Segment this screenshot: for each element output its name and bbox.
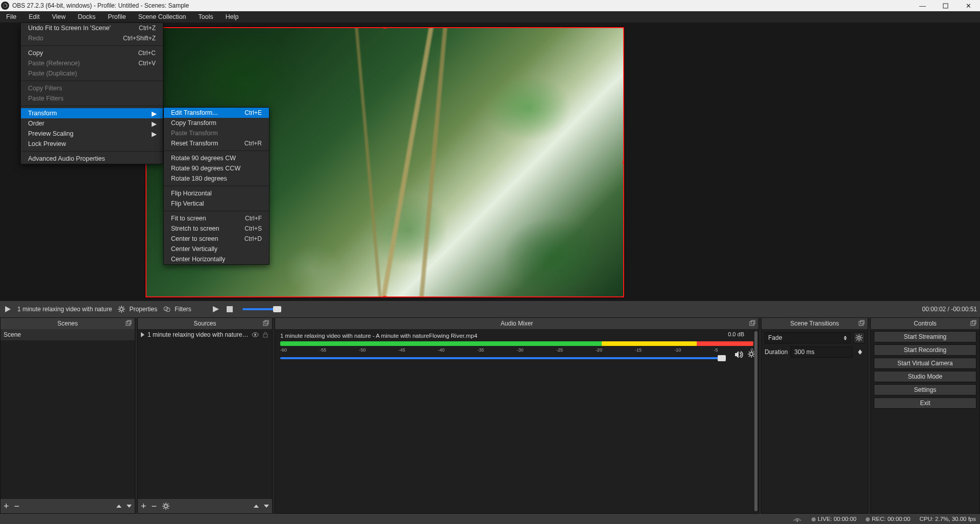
menu-paste-duplicate: Paste (Duplicate) <box>21 68 163 79</box>
menu-help[interactable]: Help <box>219 11 245 22</box>
resize-handle-sw[interactable] <box>145 296 147 298</box>
start-streaming-button[interactable]: Start Streaming <box>874 331 976 342</box>
titlebar: OBS 27.2.3 (64-bit, windows) - Profile: … <box>0 0 980 11</box>
resize-handle-s[interactable] <box>383 296 386 298</box>
menu-edit-transform[interactable]: Edit Transform...Ctrl+E <box>164 108 269 118</box>
transition-select[interactable]: Fade <box>765 332 850 343</box>
media-stop-button[interactable] <box>225 305 234 314</box>
popout-icon[interactable] <box>263 320 269 326</box>
start-recording-button[interactable]: Start Recording <box>874 344 976 356</box>
add-source-button[interactable]: + <box>141 503 146 510</box>
transition-properties-button[interactable] <box>853 332 865 343</box>
menu-file[interactable]: File <box>0 11 22 22</box>
visibility-toggle-icon[interactable] <box>252 331 259 338</box>
start-virtual-camera-button[interactable]: Start Virtual Camera <box>874 358 976 369</box>
settings-button[interactable]: Settings <box>874 384 976 395</box>
media-play-button[interactable] <box>211 305 220 314</box>
move-scene-down-button[interactable] <box>127 505 132 508</box>
svg-point-44 <box>858 337 861 339</box>
lock-toggle-icon[interactable] <box>262 331 269 338</box>
filters-button[interactable]: Filters <box>162 305 191 314</box>
svg-line-52 <box>856 339 857 340</box>
menu-flip-horizontal[interactable]: Flip Horizontal <box>164 188 269 198</box>
menu-profile[interactable]: Profile <box>102 11 132 22</box>
svg-line-41 <box>749 356 750 357</box>
move-source-down-button[interactable] <box>264 505 269 508</box>
menu-stretch-to-screen[interactable]: Stretch to screenCtrl+S <box>164 223 269 234</box>
menu-reset-transform[interactable]: Reset TransformCtrl+R <box>164 138 269 148</box>
media-seek-slider[interactable] <box>242 308 278 310</box>
menu-scene-collection[interactable]: Scene Collection <box>132 11 192 22</box>
transform-submenu: Edit Transform...Ctrl+E Copy Transform P… <box>163 107 270 265</box>
mixer-scrollbar[interactable] <box>754 331 757 511</box>
popout-icon[interactable] <box>126 320 132 326</box>
svg-rect-43 <box>861 320 864 324</box>
volume-slider[interactable] <box>280 357 723 359</box>
svg-line-28 <box>167 508 168 509</box>
menu-flip-vertical[interactable]: Flip Vertical <box>164 198 269 209</box>
maximize-button[interactable] <box>934 0 957 11</box>
svg-rect-2 <box>943 4 948 8</box>
move-scene-up-button[interactable] <box>116 505 121 508</box>
source-item[interactable]: 1 minute relaxing video with nature - A … <box>138 329 272 340</box>
remove-source-button[interactable]: − <box>152 503 157 510</box>
source-properties-button[interactable] <box>162 502 170 510</box>
controls-header: Controls <box>871 318 979 329</box>
studio-mode-button[interactable]: Studio Mode <box>874 371 976 382</box>
add-scene-button[interactable]: + <box>4 503 9 510</box>
time-display: 00:00:02 / -00:00:51 <box>922 306 977 313</box>
menu-docks[interactable]: Docks <box>72 11 102 22</box>
scenes-header: Scenes <box>1 318 135 329</box>
menu-fit-to-screen[interactable]: Fit to screenCtrl+F <box>164 213 269 223</box>
menu-rotate-90-ccw[interactable]: Rotate 90 degrees CCW <box>164 163 269 173</box>
svg-line-10 <box>123 307 124 308</box>
popout-icon[interactable] <box>970 320 976 326</box>
menu-center-horizontally[interactable]: Center Horizontally <box>164 254 269 264</box>
menu-lock-preview[interactable]: Lock Preview <box>21 139 163 149</box>
svg-rect-42 <box>859 321 863 326</box>
svg-rect-15 <box>126 321 130 326</box>
source-item-label: 1 minute relaxing video with nature - A … <box>148 331 249 338</box>
move-source-up-button[interactable] <box>254 505 259 508</box>
play-icon[interactable] <box>3 305 12 314</box>
svg-rect-54 <box>972 320 976 324</box>
duration-input[interactable]: 300 ms <box>791 346 852 358</box>
menu-copy-transform[interactable]: Copy Transform <box>164 118 269 128</box>
exit-button[interactable]: Exit <box>874 397 976 409</box>
svg-line-9 <box>123 311 124 312</box>
remove-scene-button[interactable]: − <box>14 503 20 510</box>
svg-line-11 <box>119 311 120 312</box>
minimize-button[interactable]: — <box>911 0 934 11</box>
menu-tools[interactable]: Tools <box>192 11 219 22</box>
menu-view[interactable]: View <box>46 11 72 22</box>
menu-rotate-90-cw[interactable]: Rotate 90 degrees CW <box>164 153 269 163</box>
menu-transform[interactable]: Transform▶ <box>21 108 163 118</box>
menu-undo[interactable]: Undo Fit to Screen In 'Scene'Ctrl+Z <box>21 23 163 33</box>
menu-copy[interactable]: CopyCtrl+C <box>21 48 163 58</box>
menu-order[interactable]: Order▶ <box>21 118 163 129</box>
resize-handle-n[interactable] <box>383 27 386 29</box>
menu-center-vertically[interactable]: Center Vertically <box>164 244 269 254</box>
menu-rotate-180[interactable]: Rotate 180 degrees <box>164 173 269 184</box>
mute-button[interactable] <box>734 350 743 359</box>
popout-icon[interactable] <box>749 320 755 326</box>
menu-advanced-audio[interactable]: Advanced Audio Properties <box>21 154 163 164</box>
menu-edit[interactable]: Edit <box>22 11 46 22</box>
svg-line-49 <box>856 335 857 336</box>
duration-spinner[interactable] <box>855 350 865 355</box>
live-status: LIVE: 00:00:00 <box>812 516 856 522</box>
source-toolbar: 1 minute relaxing video with nature Prop… <box>0 301 980 317</box>
resize-handle-se[interactable] <box>623 296 625 298</box>
menu-center-to-screen[interactable]: Center to screenCtrl+D <box>164 234 269 244</box>
scene-item[interactable]: Scene <box>1 329 135 340</box>
resize-handle-e[interactable] <box>623 161 625 164</box>
properties-button[interactable]: Properties <box>117 305 157 314</box>
svg-line-50 <box>861 339 862 340</box>
popout-icon[interactable] <box>859 320 865 326</box>
svg-line-38 <box>749 352 750 353</box>
close-button[interactable]: ✕ <box>957 0 980 11</box>
svg-rect-53 <box>971 321 975 326</box>
menu-preview-scaling[interactable]: Preview Scaling▶ <box>21 129 163 139</box>
svg-rect-31 <box>750 321 754 326</box>
resize-handle-ne[interactable] <box>623 27 625 29</box>
